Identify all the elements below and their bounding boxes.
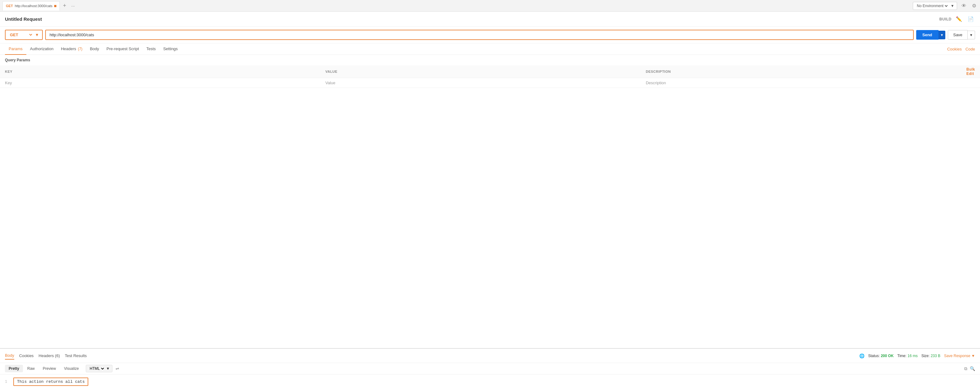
tab-url-label: http://localhost:3000/cats (15, 4, 52, 8)
tab-right-links: Cookies Code (947, 47, 975, 51)
build-label: BUILD (939, 17, 951, 21)
method-dropdown[interactable]: GET POST PUT PATCH DELETE HEAD OPTIONS (9, 32, 33, 38)
save-button-group: Save ▼ (948, 30, 975, 40)
tab-tests[interactable]: Tests (143, 43, 159, 55)
tab-method-label: GET (6, 4, 13, 8)
line-number: 1 (5, 380, 7, 384)
word-wrap-icon[interactable]: ⇌ (116, 366, 119, 371)
tab-authorization[interactable]: Authorization (26, 43, 57, 55)
format-chevron-icon: ▼ (106, 367, 110, 371)
send-dropdown-button[interactable]: ▼ (939, 31, 946, 39)
save-response-chevron-icon: ▼ (971, 354, 975, 358)
query-params-section: Query Params KEY VALUE DESCRIPTION Bulk … (0, 55, 980, 348)
settings-icon-button[interactable]: ⚙ (971, 2, 977, 10)
response-status-bar: 🌐 Status: 200 OK Time: 16 ms Size: 233 B… (859, 353, 975, 358)
main-content: Untitled Request BUILD ✏️ 📄 GET POST PUT… (0, 12, 980, 389)
response-section: Body Cookies Headers (6) Test Results 🌐 … (0, 348, 980, 389)
key-column-header: KEY (0, 65, 320, 78)
resp-tab-preview[interactable]: Preview (39, 365, 60, 372)
tab-body[interactable]: Body (86, 43, 103, 55)
response-tab-headers[interactable]: Headers (6) (39, 352, 60, 359)
format-dropdown[interactable]: HTML (89, 366, 105, 371)
response-body-tabs: Pretty Raw Preview Visualize HTML ▼ ⇌ ⧉ … (0, 363, 980, 375)
row-actions-cell (961, 78, 980, 88)
request-title: Untitled Request (5, 16, 42, 22)
tab-bar-right: No Environment ▼ 👁 ⚙ (913, 2, 977, 10)
environment-dropdown[interactable]: No Environment (916, 3, 949, 8)
response-tab-cookies[interactable]: Cookies (19, 352, 34, 359)
response-tab-body[interactable]: Body (5, 352, 14, 360)
response-text: This action returns all cats (13, 378, 88, 386)
save-dropdown-button[interactable]: ▼ (967, 31, 975, 39)
time-label: Time: 16 ms (897, 354, 918, 358)
search-icon-button[interactable]: 🔍 (970, 366, 975, 372)
resp-tab-pretty[interactable]: Pretty (5, 365, 23, 372)
tab-pre-request-script[interactable]: Pre-request Script (103, 43, 143, 55)
edit-icon-button[interactable]: ✏️ (955, 15, 963, 23)
environment-selector[interactable]: No Environment ▼ (913, 2, 957, 10)
tab-settings[interactable]: Settings (159, 43, 181, 55)
size-label: Size: 233 B (921, 354, 940, 358)
more-tabs-button[interactable]: ··· (69, 3, 77, 8)
document-icon-button[interactable]: 📄 (966, 15, 975, 23)
save-response-button[interactable]: Save Response ▼ (944, 354, 975, 358)
build-area: BUILD ✏️ 📄 (939, 15, 975, 23)
key-cell[interactable]: Key (0, 78, 320, 88)
size-value: 233 B (931, 354, 940, 358)
request-tabs-nav: Params Authorization Headers (7) Body Pr… (0, 43, 980, 55)
response-header: Body Cookies Headers (6) Test Results 🌐 … (0, 349, 980, 363)
save-button[interactable]: Save (948, 30, 967, 40)
query-params-title: Query Params (0, 55, 980, 65)
resp-tab-raw[interactable]: Raw (24, 365, 38, 372)
value-cell[interactable]: Value (320, 78, 641, 88)
status-label: Status: 200 OK (868, 354, 894, 358)
bulk-edit-header: Bulk Edit (961, 65, 980, 78)
send-button[interactable]: Send (916, 30, 939, 40)
headers-badge: (7) (78, 47, 83, 51)
description-column-header: DESCRIPTION (641, 65, 961, 78)
params-table: KEY VALUE DESCRIPTION Bulk Edit (0, 65, 980, 88)
code-link[interactable]: Code (966, 47, 975, 51)
request-title-bar: Untitled Request BUILD ✏️ 📄 (0, 12, 980, 27)
globe-icon: 🌐 (859, 353, 864, 358)
copy-icon-button[interactable]: ⧉ (964, 366, 967, 372)
method-chevron-icon: ▼ (35, 33, 39, 37)
resp-tab-visualize[interactable]: Visualize (60, 365, 83, 372)
tab-headers[interactable]: Headers (7) (57, 43, 86, 55)
env-chevron-icon: ▼ (951, 4, 954, 8)
url-bar: GET POST PUT PATCH DELETE HEAD OPTIONS ▼… (0, 27, 980, 43)
response-content: 1 This action returns all cats (0, 375, 980, 389)
status-value: 200 OK (881, 354, 894, 358)
tab-unsaved-dot (54, 5, 56, 7)
response-actions: ⧉ 🔍 (964, 366, 975, 372)
url-input[interactable] (45, 30, 914, 40)
bulk-edit-link[interactable]: Bulk Edit (966, 67, 975, 76)
tab-bar: GET http://localhost:3000/cats + ··· No … (0, 0, 980, 12)
response-tab-test-results[interactable]: Test Results (65, 352, 87, 359)
table-row: Key Value Description (0, 78, 980, 88)
method-selector[interactable]: GET POST PUT PATCH DELETE HEAD OPTIONS ▼ (5, 30, 43, 40)
tab-params[interactable]: Params (5, 43, 26, 55)
format-selector[interactable]: HTML ▼ (86, 365, 113, 372)
description-cell[interactable]: Description (641, 78, 961, 88)
request-tab[interactable]: GET http://localhost:3000/cats (3, 1, 60, 11)
value-column-header: VALUE (320, 65, 641, 78)
new-tab-button[interactable]: + (61, 3, 68, 9)
eye-icon-button[interactable]: 👁 (960, 2, 967, 10)
cookies-link[interactable]: Cookies (947, 47, 962, 51)
send-button-group: Send ▼ (916, 30, 946, 40)
time-value: 16 ms (907, 354, 918, 358)
